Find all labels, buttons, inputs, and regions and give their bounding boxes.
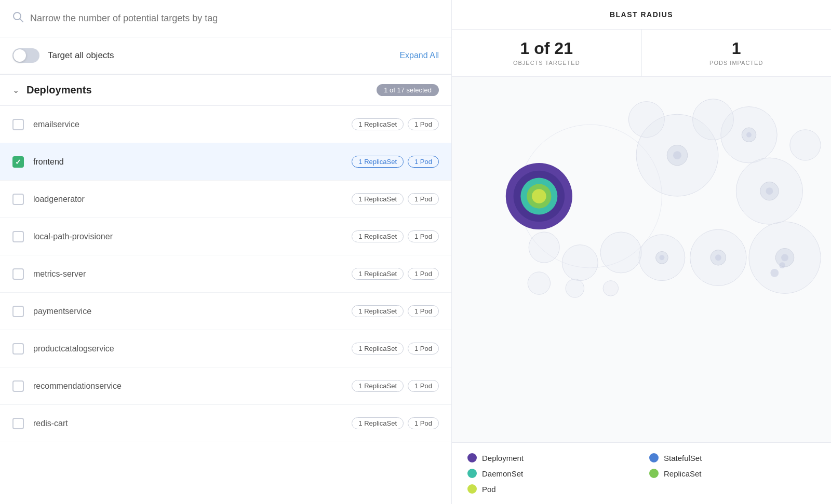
blast-radius-header: BLAST RADIUS xyxy=(452,0,831,30)
svg-point-27 xyxy=(715,254,721,261)
item-tags: 1 ReplicaSet1 Pod xyxy=(352,268,439,280)
item-tag: 1 Pod xyxy=(408,193,439,205)
legend-item: StatefulSet xyxy=(649,453,815,462)
item-name: loadgenerator xyxy=(33,195,342,204)
item-name: paymentservice xyxy=(33,307,342,316)
svg-point-14 xyxy=(603,281,619,296)
item-checkbox[interactable] xyxy=(12,231,24,242)
target-label: Target all objects xyxy=(48,50,114,61)
item-checkbox[interactable] xyxy=(12,268,24,280)
item-tag: 1 Pod xyxy=(408,343,439,355)
legend-dot xyxy=(467,469,477,478)
list-item[interactable]: productcatalogservice1 ReplicaSet1 Pod xyxy=(0,330,451,367)
list-item[interactable]: local-path-provisioner1 ReplicaSet1 Pod xyxy=(0,218,451,255)
item-tags: 1 ReplicaSet1 Pod xyxy=(352,380,439,392)
list-item[interactable]: redis-cart1 ReplicaSet1 Pod xyxy=(0,405,451,442)
list-item[interactable]: emailservice1 ReplicaSet1 Pod xyxy=(0,106,451,143)
item-name: metrics-server xyxy=(33,269,342,279)
item-tags: 1 ReplicaSet1 Pod xyxy=(352,305,439,317)
list-item[interactable]: recommendationservice1 ReplicaSet1 Pod xyxy=(0,367,451,405)
list-item[interactable]: loadgenerator1 ReplicaSet1 Pod xyxy=(0,181,451,218)
item-tags: 1 ReplicaSet1 Pod xyxy=(352,118,439,130)
pods-impacted-label: PODS IMPACTED xyxy=(654,60,819,66)
legend-item: Deployment xyxy=(467,453,634,462)
item-name: productcatalogservice xyxy=(33,344,342,353)
svg-point-15 xyxy=(693,99,734,140)
legend-dot xyxy=(649,453,659,462)
legend: DeploymentStatefulSetDaemonSetReplicaSet… xyxy=(452,442,831,504)
selection-badge: 1 of 17 selected xyxy=(377,84,439,96)
item-tag: 1 ReplicaSet xyxy=(352,118,404,130)
item-tag: 1 Pod xyxy=(408,118,439,130)
svg-point-31 xyxy=(779,262,785,268)
svg-point-21 xyxy=(746,132,752,138)
item-checkbox[interactable] xyxy=(12,119,24,130)
legend-label: Deployment xyxy=(482,454,524,462)
svg-line-1 xyxy=(20,19,23,22)
item-checkbox[interactable] xyxy=(12,194,24,205)
item-tag: 1 ReplicaSet xyxy=(352,268,404,280)
search-bar xyxy=(0,0,451,37)
item-name: frontend xyxy=(33,157,342,167)
item-name: emailservice xyxy=(33,120,342,129)
svg-point-36 xyxy=(532,189,546,203)
item-checkbox[interactable] xyxy=(12,306,24,317)
item-checkbox[interactable] xyxy=(12,343,24,355)
objects-targeted-stat: 1 of 21 OBJECTS TARGETED xyxy=(452,30,642,76)
item-tag: 1 Pod xyxy=(408,417,439,429)
legend-dot xyxy=(467,453,477,462)
svg-point-23 xyxy=(766,187,773,195)
pods-impacted-number: 1 xyxy=(654,40,819,57)
item-tags: 1 ReplicaSet1 Pod xyxy=(352,230,439,242)
item-tag: 1 Pod xyxy=(408,380,439,392)
list-item[interactable]: metrics-server1 ReplicaSet1 Pod xyxy=(0,255,451,293)
svg-point-12 xyxy=(528,272,550,294)
item-tags: 1 ReplicaSet1 Pod xyxy=(352,156,439,168)
item-checkbox[interactable] xyxy=(12,380,24,392)
svg-point-19 xyxy=(673,151,681,159)
svg-point-10 xyxy=(562,245,598,281)
item-checkbox[interactable] xyxy=(12,156,24,168)
svg-point-25 xyxy=(781,254,788,261)
item-tag: 1 Pod xyxy=(408,305,439,317)
blast-viz xyxy=(452,77,831,442)
search-input[interactable] xyxy=(30,13,439,24)
item-tags: 1 ReplicaSet1 Pod xyxy=(352,193,439,205)
item-tag: 1 ReplicaSet xyxy=(352,193,404,205)
left-panel: Target all objects Expand All ⌄ Deployme… xyxy=(0,0,452,504)
svg-point-30 xyxy=(770,269,779,277)
legend-item: ReplicaSet xyxy=(649,469,815,478)
legend-item: DaemonSet xyxy=(467,469,634,478)
legend-label: ReplicaSet xyxy=(664,469,702,478)
item-name: local-path-provisioner xyxy=(33,232,342,241)
stats-row: 1 of 21 OBJECTS TARGETED 1 PODS IMPACTED xyxy=(452,30,831,77)
legend-item: Pod xyxy=(467,484,634,494)
legend-dot xyxy=(467,484,477,494)
pods-impacted-stat: 1 PODS IMPACTED xyxy=(642,30,832,76)
item-tags: 1 ReplicaSet1 Pod xyxy=(352,343,439,355)
circles-container xyxy=(462,87,821,305)
list-item[interactable]: frontend1 ReplicaSet1 Pod xyxy=(0,143,451,181)
svg-point-11 xyxy=(529,232,559,263)
item-checkbox[interactable] xyxy=(12,418,24,429)
section-title: Deployments xyxy=(26,84,369,96)
item-tag: 1 Pod xyxy=(408,156,439,168)
item-tags: 1 ReplicaSet1 Pod xyxy=(352,417,439,429)
deployments-list: emailservice1 ReplicaSet1 Podfrontend1 R… xyxy=(0,106,451,504)
objects-targeted-label: OBJECTS TARGETED xyxy=(464,60,629,66)
svg-point-17 xyxy=(790,130,821,160)
item-tag: 1 ReplicaSet xyxy=(352,156,404,168)
item-tag: 1 ReplicaSet xyxy=(352,230,404,242)
expand-all-button[interactable]: Expand All xyxy=(399,51,439,60)
item-name: redis-cart xyxy=(33,419,342,428)
item-name: recommendationservice xyxy=(33,382,342,391)
target-row: Target all objects Expand All xyxy=(0,37,451,75)
target-all-toggle[interactable] xyxy=(12,48,39,63)
svg-point-13 xyxy=(566,279,584,297)
legend-label: StatefulSet xyxy=(664,454,702,462)
svg-point-16 xyxy=(628,102,664,138)
chevron-down-icon[interactable]: ⌄ xyxy=(12,85,19,95)
list-item[interactable]: paymentservice1 ReplicaSet1 Pod xyxy=(0,293,451,330)
item-tag: 1 Pod xyxy=(408,230,439,242)
blast-radius-svg xyxy=(462,87,821,305)
